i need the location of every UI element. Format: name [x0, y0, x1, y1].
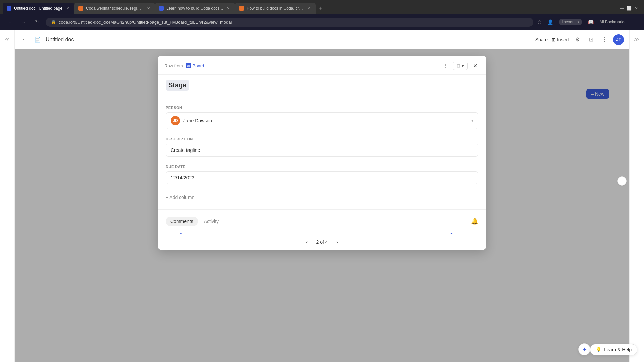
- window-controls: — ⬜ ✕: [619, 6, 641, 11]
- comments-section: Comments Activity 🔔 JT: [158, 209, 486, 234]
- due-date-text: 12/14/2023: [171, 175, 194, 180]
- tab-4-title: How to build docs in Coda, cre...: [247, 6, 304, 11]
- board-link[interactable]: ⊞ Board: [186, 63, 204, 68]
- doc-title: Untitled doc: [46, 37, 74, 43]
- main-area: ← 📄 Untitled doc Share ⊞ Insert ⚙ ⊡ ⋮ JT: [15, 30, 629, 362]
- modal-top-section: Stage: [158, 75, 486, 99]
- description-label: DESCRIPTION: [166, 137, 478, 141]
- app-header: ← 📄 Untitled doc Share ⊞ Insert ⚙ ⊡ ⋮ JT: [15, 30, 629, 49]
- url-text: coda.io/d/Untitled-doc_dk4MaGh2h6p/Untit…: [59, 20, 528, 25]
- maximize-button[interactable]: ⬜: [627, 6, 631, 11]
- comments-tabs: Comments Activity 🔔: [166, 217, 478, 226]
- tab-2[interactable]: Coda webinar schedule, regist... ✕: [74, 3, 155, 14]
- modal-footer: ‹ 2 of 4 ›: [158, 234, 486, 250]
- due-date-value[interactable]: 12/14/2023: [166, 171, 478, 184]
- due-date-label: DUE DATE: [166, 165, 478, 169]
- tab-3[interactable]: Learn how to build Coda docs... ✕: [155, 3, 235, 14]
- row-from-label: Row from: [164, 63, 183, 68]
- task-title: Stage: [166, 80, 189, 90]
- lightbulb-icon: 💡: [596, 347, 601, 352]
- modal-header: Row from ⊞ Board ⋮ ⊡ ▾ ✕: [158, 56, 486, 75]
- fields-section: PERSON JD Jane Dawson ▾ DESCRIPTION: [158, 99, 486, 209]
- row-modal: Row from ⊞ Board ⋮ ⊡ ▾ ✕: [158, 56, 486, 250]
- description-value[interactable]: Create tagline: [166, 144, 478, 157]
- tab-1[interactable]: Untitled doc · Untitled page ✕: [3, 3, 74, 14]
- tab-1-favicon: [7, 6, 11, 11]
- new-tab-button[interactable]: +: [316, 4, 325, 13]
- previous-page-button[interactable]: ‹: [303, 238, 311, 246]
- right-plus-button[interactable]: +: [617, 176, 627, 186]
- tab-1-close[interactable]: ✕: [65, 6, 70, 11]
- tab-4-favicon: [239, 6, 244, 11]
- person-value[interactable]: JD Jane Dawson ▾: [166, 112, 478, 129]
- user-avatar[interactable]: JT: [613, 34, 624, 45]
- person-avatar: JD: [171, 116, 180, 125]
- task-title-area: Stage: [166, 77, 478, 93]
- more-options-button[interactable]: ⋮: [600, 35, 609, 44]
- modal-view-chevron: ▾: [462, 63, 464, 68]
- comments-tab[interactable]: Comments: [166, 217, 198, 226]
- modal-view-icon: ⊡: [457, 63, 460, 68]
- forward-button[interactable]: →: [19, 17, 28, 27]
- modal-more-button[interactable]: ⋮: [441, 61, 450, 70]
- tab-2-favicon: [78, 6, 83, 11]
- sparkle-button[interactable]: ✦: [578, 343, 590, 355]
- tab-3-favicon: [159, 6, 164, 11]
- app-area: ≪ ← 📄 Untitled doc Share ⊞ Insert ⚙ ⊡ ⋮ …: [0, 30, 644, 362]
- description-text: Create tagline: [171, 147, 200, 153]
- tab-4-close[interactable]: ✕: [306, 6, 312, 11]
- tab-2-title: Coda webinar schedule, regist...: [86, 6, 143, 11]
- tab-bar: Untitled doc · Untitled page ✕ Coda webi…: [0, 0, 644, 14]
- insert-button[interactable]: ⊞ Insert: [552, 37, 569, 42]
- grid-icon: ⊞: [552, 37, 556, 42]
- close-window-button[interactable]: ✕: [634, 6, 639, 11]
- add-column-label: + Add column: [166, 195, 194, 200]
- tab-2-close[interactable]: ✕: [146, 6, 151, 11]
- tab-3-close[interactable]: ✕: [226, 6, 231, 11]
- sidebar-toggle: ≪: [0, 30, 15, 362]
- star-icon[interactable]: ☆: [537, 19, 542, 25]
- tab-4[interactable]: How to build docs in Coda, cre... ✕: [235, 3, 316, 14]
- person-chevron-icon: ▾: [471, 118, 473, 123]
- board-label: Board: [193, 63, 204, 68]
- content-area: – New Row from ⊞ Board: [15, 49, 629, 362]
- browser-chrome: Untitled doc · Untitled page ✕ Coda webi…: [0, 0, 644, 30]
- modal-close-button[interactable]: ✕: [470, 61, 480, 70]
- right-panel-toggle: ≫: [629, 30, 644, 362]
- sidebar-expand-button[interactable]: ≪: [3, 34, 12, 44]
- share-button[interactable]: Share: [535, 37, 548, 42]
- address-bar-row: ← → ↻ 🔒 coda.io/d/Untitled-doc_dk4MaGh2h…: [0, 14, 644, 30]
- bookmarks-icon[interactable]: 📖: [586, 17, 595, 27]
- settings-button[interactable]: ⚙: [573, 35, 582, 44]
- address-bar-icons: ☆: [537, 19, 542, 25]
- app-back-button[interactable]: ←: [20, 35, 30, 44]
- modal-overlay: Row from ⊞ Board ⋮ ⊡ ▾ ✕: [15, 49, 629, 362]
- refresh-button[interactable]: ↻: [32, 17, 42, 27]
- learn-help-label: Learn & Help: [604, 347, 632, 352]
- person-label: PERSON: [166, 106, 478, 110]
- address-bar[interactable]: 🔒 coda.io/d/Untitled-doc_dk4MaGh2h6p/Unt…: [46, 18, 533, 27]
- doc-icon: 📄: [34, 36, 42, 44]
- header-actions: Share ⊞ Insert ⚙ ⊡ ⋮ JT: [535, 34, 624, 45]
- browser-menu-button[interactable]: ⋮: [629, 17, 639, 27]
- tab-3-title: Learn how to build Coda docs...: [166, 6, 223, 11]
- right-panel-collapse-button[interactable]: ≫: [632, 34, 642, 44]
- add-column-button[interactable]: + Add column: [166, 192, 478, 203]
- due-date-field-row: DUE DATE 12/14/2023: [166, 165, 478, 184]
- profile-icon[interactable]: 👤: [546, 17, 555, 27]
- next-page-button[interactable]: ›: [333, 238, 341, 246]
- activity-tab[interactable]: Activity: [199, 217, 223, 226]
- person-field-row: PERSON JD Jane Dawson ▾: [166, 106, 478, 129]
- minimize-button[interactable]: —: [619, 6, 624, 11]
- board-icon: ⊞: [186, 63, 191, 68]
- back-button[interactable]: ←: [5, 17, 15, 27]
- person-name: Jane Dawson: [183, 118, 468, 123]
- learn-help-button[interactable]: 💡 Learn & Help: [590, 344, 637, 355]
- modal-header-actions: ⋮ ⊡ ▾ ✕: [441, 61, 480, 70]
- modal-view-button[interactable]: ⊡ ▾: [453, 62, 468, 70]
- modal-body: Stage PERSON JD Jane Dawson: [158, 75, 486, 234]
- tab-1-title: Untitled doc · Untitled page: [14, 6, 62, 11]
- view-toggle-button[interactable]: ⊡: [586, 35, 596, 44]
- incognito-badge: Incognito: [559, 19, 582, 25]
- notifications-bell-icon[interactable]: 🔔: [471, 218, 478, 225]
